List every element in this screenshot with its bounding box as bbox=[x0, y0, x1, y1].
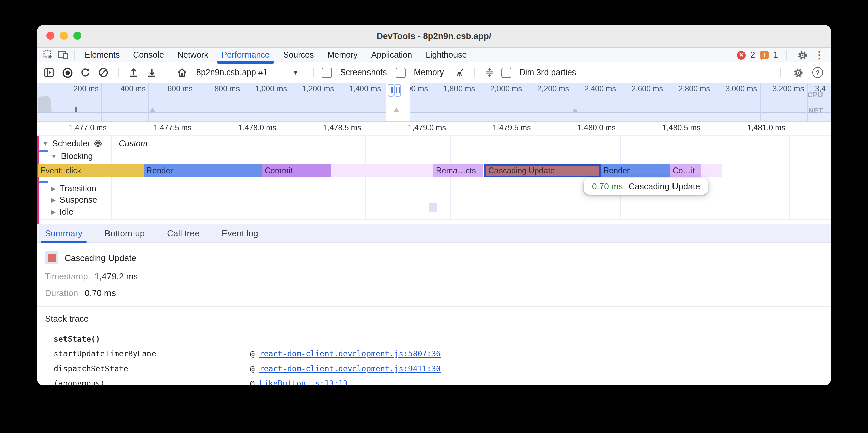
overview-tick-label: 600 ms bbox=[146, 84, 193, 92]
overview-tick-label: 2,000 ms bbox=[475, 84, 522, 92]
transition-lane-label: Transition bbox=[60, 184, 96, 193]
settings-gear-icon[interactable] bbox=[795, 48, 810, 62]
stack-frame: (anonymous)@LikeButton.js:13:13 bbox=[54, 376, 823, 385]
profile-select[interactable]: 8p2n9n.csb.app #1 bbox=[196, 68, 268, 77]
expand-triangle-icon[interactable]: ▶ bbox=[51, 197, 56, 203]
chevron-down-icon[interactable]: ▼ bbox=[292, 69, 299, 76]
frame-at-symbol: @ bbox=[250, 364, 255, 373]
more-options-icon[interactable]: ⋮ bbox=[814, 49, 824, 61]
upload-profile-icon[interactable] bbox=[127, 66, 141, 79]
tab-performance[interactable]: Performance bbox=[215, 48, 276, 62]
collapse-tracks-icon[interactable] bbox=[483, 66, 496, 79]
overview-tick-label: 400 ms bbox=[99, 84, 146, 92]
track-gridline bbox=[450, 136, 451, 219]
home-icon[interactable] bbox=[175, 66, 189, 79]
overview-tick-label: 2,800 ms bbox=[663, 84, 710, 92]
tab-call-tree[interactable]: Call tree bbox=[167, 228, 199, 238]
expand-triangle-icon[interactable]: ▶ bbox=[51, 185, 56, 192]
selection-left-handle[interactable] bbox=[388, 84, 394, 97]
error-icon[interactable]: ✕ bbox=[737, 51, 746, 59]
track-transition-header[interactable]: ▶ Transition bbox=[51, 184, 96, 193]
blocking-lane-bars: Event: clickRenderCommitRema…ctsCascadin… bbox=[37, 164, 831, 177]
long-task-marker bbox=[150, 108, 155, 112]
expand-triangle-icon[interactable]: ▶ bbox=[51, 209, 56, 215]
flame-bar[interactable] bbox=[331, 164, 433, 177]
frame-source-link[interactable]: LikeButton.js:13:13 bbox=[259, 379, 348, 385]
cpu-activity-spike bbox=[74, 107, 76, 112]
tooltip-duration: 0.70 ms bbox=[592, 181, 623, 191]
frame-at-symbol: @ bbox=[250, 349, 255, 359]
tab-memory[interactable]: Memory bbox=[321, 48, 365, 62]
device-toolbar-icon[interactable] bbox=[56, 48, 70, 62]
color-swatch-wrap bbox=[45, 251, 58, 265]
warning-icon[interactable]: ! bbox=[760, 51, 769, 59]
dim-3rd-parties-checkbox[interactable] bbox=[501, 67, 511, 77]
track-blocking-header[interactable]: ▼ Blocking bbox=[51, 152, 93, 161]
tab-network[interactable]: Network bbox=[170, 48, 215, 62]
tab-sources[interactable]: Sources bbox=[276, 48, 321, 62]
overview-tick-label: 2,200 ms bbox=[522, 84, 569, 92]
tab-application[interactable]: Application bbox=[365, 48, 419, 62]
frame-function-name: dispatchSetState bbox=[54, 364, 250, 373]
tab-event-log[interactable]: Event log bbox=[222, 228, 258, 238]
screenshot-thumb bbox=[429, 203, 437, 212]
flame-bar-commit[interactable]: Commit bbox=[262, 164, 331, 177]
flame-bar-event-click[interactable]: Event: click bbox=[38, 164, 144, 177]
overview-tick-label: 1,000 ms bbox=[240, 84, 287, 92]
flame-bar[interactable] bbox=[702, 164, 722, 177]
panel-settings-gear-icon[interactable] bbox=[791, 66, 806, 79]
screen: DevTools - 8p2n9n.csb.app/ Elements Cons… bbox=[0, 0, 868, 433]
flame-bar-render[interactable]: Render bbox=[144, 164, 262, 177]
detail-tick-label: 1,480.5 ms bbox=[647, 124, 701, 132]
inspect-element-icon[interactable] bbox=[41, 48, 56, 62]
divider bbox=[780, 68, 781, 77]
reload-and-record-icon[interactable] bbox=[79, 66, 92, 79]
react-atom-icon bbox=[94, 140, 102, 148]
tab-elements[interactable]: Elements bbox=[78, 48, 126, 62]
track-idle-header[interactable]: ▶ Idle bbox=[51, 207, 73, 217]
track-suspense-header[interactable]: ▶ Suspense bbox=[51, 195, 97, 205]
frame-source-link[interactable]: react-dom-client.development.js:9411:30 bbox=[259, 364, 441, 373]
tooltip-title: Cascading Update bbox=[628, 181, 701, 191]
stack-frame: startUpdateTimerByLane@react-dom-client.… bbox=[54, 346, 823, 361]
selection-right-handle[interactable] bbox=[394, 84, 401, 97]
flame-bar-co-it[interactable]: Co…it bbox=[670, 164, 702, 177]
collapse-triangle-icon[interactable]: ▼ bbox=[42, 140, 49, 147]
flame-chart[interactable]: ▼ Scheduler — Custom ▼ bbox=[37, 136, 831, 224]
error-count: 2 bbox=[750, 51, 755, 60]
toggle-sidebar-icon[interactable] bbox=[42, 66, 56, 79]
screenshots-checkbox[interactable] bbox=[322, 67, 332, 77]
download-profile-icon[interactable] bbox=[145, 66, 159, 79]
close-window-button[interactable] bbox=[46, 32, 54, 40]
flame-bar-cascading-update[interactable]: Cascading Update bbox=[485, 164, 600, 177]
overview-tick-label: 2,600 ms bbox=[616, 84, 663, 92]
clear-icon[interactable] bbox=[97, 66, 110, 79]
timeline-overview[interactable]: 200 ms400 ms600 ms800 ms1,000 ms1,200 ms… bbox=[37, 82, 831, 122]
divider bbox=[474, 68, 475, 77]
stack-frame: setState() bbox=[54, 332, 823, 346]
event-color-swatch bbox=[48, 254, 56, 262]
record-icon[interactable] bbox=[60, 66, 74, 79]
minimize-window-button[interactable] bbox=[60, 32, 68, 40]
overview-tick-label: 1,800 ms bbox=[428, 84, 475, 92]
net-strip bbox=[37, 113, 831, 121]
help-icon[interactable]: ? bbox=[812, 67, 823, 78]
tab-console[interactable]: Console bbox=[126, 48, 170, 62]
tab-lighthouse[interactable]: Lighthouse bbox=[419, 48, 473, 62]
track-gridline bbox=[705, 136, 705, 219]
cpu-label: CPU bbox=[808, 91, 823, 99]
collect-garbage-icon[interactable] bbox=[453, 66, 466, 79]
tab-summary[interactable]: Summary bbox=[45, 228, 82, 238]
flame-bar-rema-cts[interactable]: Rema…cts bbox=[433, 164, 483, 177]
collapse-triangle-icon[interactable]: ▼ bbox=[51, 153, 57, 160]
track-focus-underline bbox=[39, 151, 49, 153]
track-gridline bbox=[366, 136, 366, 219]
duration-label: Duration bbox=[45, 288, 78, 298]
zoom-window-button[interactable] bbox=[73, 32, 81, 40]
flame-bar-render[interactable]: Render bbox=[600, 164, 670, 177]
track-scheduler-header[interactable]: ▼ Scheduler — Custom bbox=[42, 139, 148, 148]
frame-source-link[interactable]: react-dom-client.development.js:5807:36 bbox=[259, 349, 441, 359]
tab-bottom-up[interactable]: Bottom-up bbox=[104, 228, 145, 238]
memory-checkbox[interactable] bbox=[396, 67, 406, 77]
track-bottom-line bbox=[37, 219, 831, 220]
